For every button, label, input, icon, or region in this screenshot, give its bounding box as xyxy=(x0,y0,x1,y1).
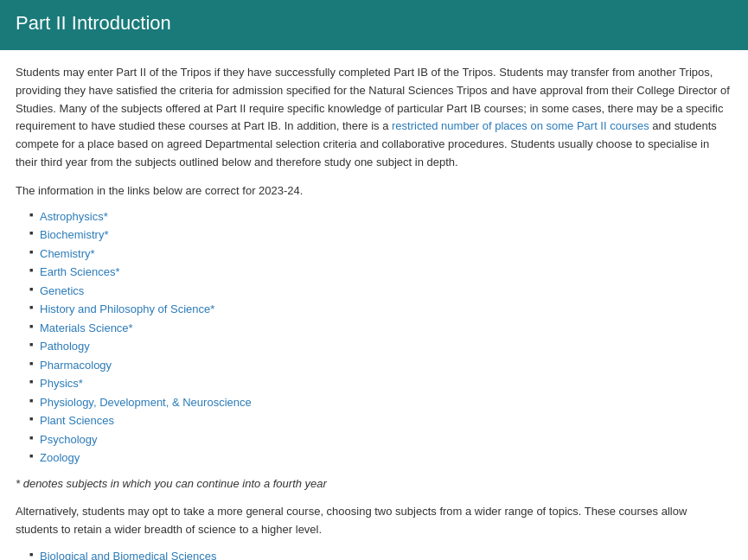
list-item: Genetics xyxy=(29,283,732,300)
list-item: Psychology xyxy=(29,431,732,449)
subject-link[interactable]: Biochemistry* xyxy=(40,228,108,241)
subject-link[interactable]: Pharmacology xyxy=(40,359,112,372)
footnote: * denotes subjects in which you can cont… xyxy=(16,475,732,493)
subject-link[interactable]: Physiology, Development, & Neuroscience xyxy=(40,396,252,409)
list-item: Earth Sciences* xyxy=(29,264,732,281)
subject-link[interactable]: Psychology xyxy=(40,433,97,446)
header: Part II Introduction xyxy=(0,0,748,50)
list-item: Chemistry* xyxy=(29,245,732,263)
subjects-list: Astrophysics*Biochemistry*Chemistry*Eart… xyxy=(29,208,732,467)
subject-link[interactable]: Zoology xyxy=(40,451,80,464)
page-title: Part II Introduction xyxy=(16,12,732,35)
list-item: Biochemistry* xyxy=(29,226,732,244)
subject-link[interactable]: Physics* xyxy=(40,377,83,390)
list-item: Pharmacology xyxy=(29,357,732,374)
list-item: Zoology xyxy=(29,449,732,467)
list-item: Physiology, Development, & Neuroscience xyxy=(29,394,732,411)
list-item: Biological and Biomedical Sciences xyxy=(29,548,732,560)
subject-link[interactable]: Plant Sciences xyxy=(40,414,114,427)
list-item: Materials Science* xyxy=(29,320,732,337)
general-subjects-list: Biological and Biomedical SciencesPhysic… xyxy=(29,548,732,560)
list-item: Pathology xyxy=(29,338,732,355)
subject-link[interactable]: Genetics xyxy=(40,284,84,297)
subject-link[interactable]: Pathology xyxy=(40,340,90,353)
general-subject-link[interactable]: Biological and Biomedical Sciences xyxy=(40,550,217,560)
subject-link[interactable]: Astrophysics* xyxy=(40,210,108,223)
info-line: The information in the links below are c… xyxy=(16,182,732,200)
main-content: Students may enter Part II of the Tripos… xyxy=(0,50,748,560)
restricted-link[interactable]: restricted number of places on some Part… xyxy=(392,119,649,132)
list-item: Plant Sciences xyxy=(29,412,732,430)
list-item: Astrophysics* xyxy=(29,208,732,226)
list-item: History and Philosophy of Science* xyxy=(29,301,732,318)
subject-link[interactable]: Earth Sciences* xyxy=(40,265,120,278)
subject-link[interactable]: History and Philosophy of Science* xyxy=(40,302,214,315)
alt-paragraph: Alternatively, students may opt to take … xyxy=(16,503,732,539)
list-item: Physics* xyxy=(29,375,732,392)
subject-link[interactable]: Chemistry* xyxy=(40,247,95,260)
intro-paragraph: Students may enter Part II of the Tripos… xyxy=(16,64,732,172)
subject-link[interactable]: Materials Science* xyxy=(40,321,133,334)
